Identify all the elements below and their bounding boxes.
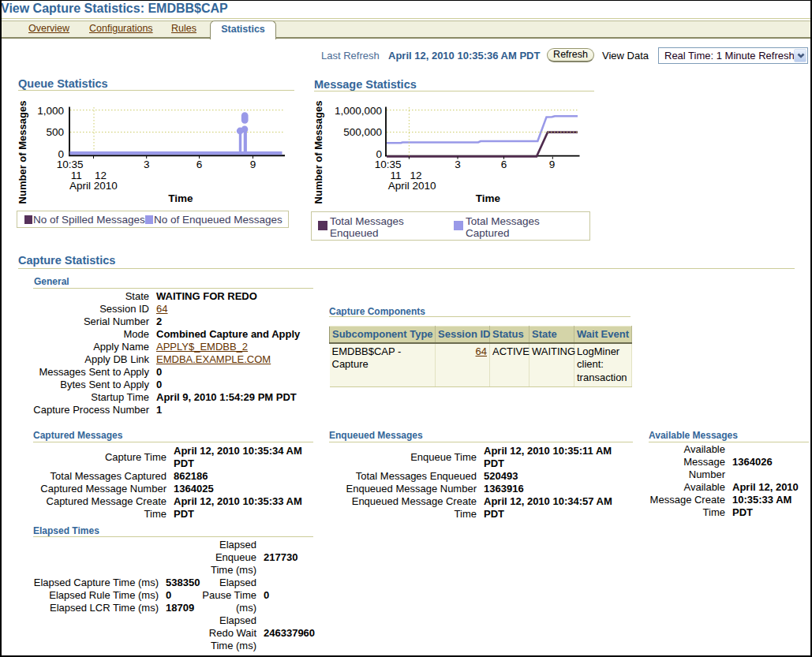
svg-text:1,000,000: 1,000,000 [335, 105, 382, 117]
svg-text:10:35: 10:35 [57, 159, 84, 170]
svg-text:9: 9 [549, 159, 556, 170]
svg-text:Time: Time [476, 192, 501, 204]
svg-text:1,000: 1,000 [37, 105, 64, 117]
svg-text:500,000: 500,000 [343, 126, 382, 138]
svg-text:10:35: 10:35 [375, 159, 402, 170]
svg-text:Time: Time [168, 192, 193, 204]
svg-text:3: 3 [455, 159, 461, 170]
svg-text:500: 500 [46, 126, 64, 138]
svg-text:3: 3 [144, 159, 150, 170]
svg-text:April 2010: April 2010 [388, 180, 436, 192]
svg-text:6: 6 [501, 159, 507, 170]
svg-text:6: 6 [196, 159, 203, 170]
svg-text:Number of Messages: Number of Messages [312, 101, 324, 204]
svg-text:9: 9 [250, 159, 256, 170]
svg-text:Number of Messages: Number of Messages [17, 101, 28, 204]
svg-text:April 2010: April 2010 [69, 180, 118, 192]
